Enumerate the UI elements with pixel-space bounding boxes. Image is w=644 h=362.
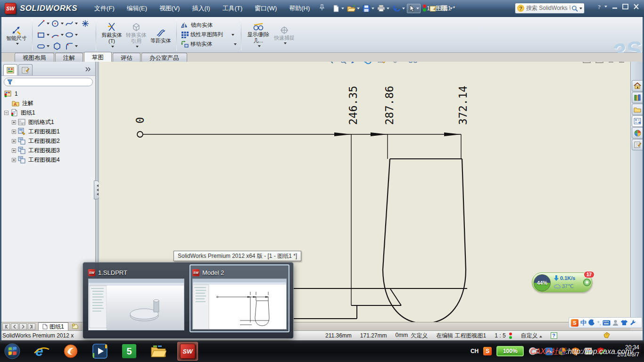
tree-drawing-view3-item[interactable]: 工程图视图3 bbox=[1, 146, 95, 155]
taskbar-ie-button[interactable]: e bbox=[31, 342, 52, 361]
pane-right-icon[interactable] bbox=[595, 62, 603, 63]
language-indicator[interactable]: CH bbox=[471, 348, 479, 354]
rotate-view-icon[interactable] bbox=[363, 62, 373, 64]
start-button[interactable] bbox=[2, 342, 23, 361]
taskbar-player-button[interactable] bbox=[90, 342, 110, 361]
rectangle-tool[interactable] bbox=[36, 31, 50, 39]
mirror-entities-button[interactable]: 镜向实体 bbox=[180, 21, 238, 30]
minimize-button[interactable] bbox=[612, 4, 618, 9]
tab-view-layout[interactable]: 视图布局 bbox=[15, 53, 54, 62]
line-tool[interactable] bbox=[36, 19, 50, 28]
slot-tool[interactable] bbox=[36, 42, 50, 50]
child-restore-icon[interactable] bbox=[619, 62, 626, 63]
menu-window[interactable]: 窗口(W) bbox=[250, 2, 281, 15]
zoom-area-icon[interactable] bbox=[338, 62, 347, 64]
help-button[interactable]: ? bbox=[597, 3, 607, 10]
settings-wrench-icon[interactable] bbox=[630, 320, 636, 326]
preview-card-part[interactable]: SW 1.SLDPRT bbox=[88, 267, 186, 330]
expand-expander[interactable] bbox=[12, 158, 16, 162]
units-selector[interactable]: 自定义 bbox=[521, 332, 542, 340]
spline-tool[interactable] bbox=[64, 19, 78, 28]
ime-mode-chinese[interactable]: 中 bbox=[580, 319, 586, 327]
offset-entities-button[interactable]: 等距实体 bbox=[149, 26, 173, 44]
preview-thumbnail-drawing[interactable] bbox=[192, 279, 287, 329]
preview-thumbnail-part[interactable] bbox=[88, 279, 184, 330]
property-manager-tab[interactable] bbox=[18, 64, 33, 75]
tree-drawing-view4-item[interactable]: 工程图视图4 bbox=[1, 155, 95, 165]
new-document-button[interactable] bbox=[331, 4, 345, 13]
part-outline[interactable] bbox=[383, 159, 466, 322]
undo-button[interactable] bbox=[391, 4, 406, 13]
fullwidth-moon-icon[interactable] bbox=[588, 319, 595, 326]
menu-insert[interactable]: 插入(I) bbox=[187, 2, 215, 15]
memory-gauge[interactable]: 44% bbox=[534, 274, 551, 291]
arc-tool[interactable] bbox=[50, 31, 64, 39]
save-button[interactable] bbox=[362, 4, 375, 13]
design-library-button[interactable] bbox=[632, 92, 644, 103]
status-tag-icon[interactable] bbox=[603, 332, 611, 340]
help-search-box[interactable]: ? 搜索 SolidWorks 帮助 bbox=[515, 3, 585, 14]
sheet-scale[interactable]: 1 : 5 bbox=[495, 332, 505, 339]
fillet-tool[interactable] bbox=[64, 42, 78, 50]
polygon-tool[interactable] bbox=[50, 42, 64, 50]
tree-root-item[interactable]: 1 bbox=[1, 89, 95, 99]
sheet-tab-active[interactable]: 图纸1 bbox=[38, 322, 68, 330]
accelerate-button[interactable]: + bbox=[583, 279, 591, 286]
ellipse-tool[interactable] bbox=[64, 31, 78, 39]
filter-input[interactable] bbox=[13, 79, 90, 85]
appearances-button[interactable] bbox=[632, 127, 644, 139]
tab-sketch[interactable]: 草图 bbox=[84, 52, 112, 62]
sogou-logo-icon[interactable]: S bbox=[571, 319, 578, 327]
dim-label-372[interactable]: 372.14 bbox=[457, 86, 469, 125]
search-icon[interactable] bbox=[571, 5, 578, 12]
circle-tool[interactable] bbox=[50, 19, 64, 28]
search-dropdown-icon[interactable] bbox=[579, 8, 582, 11]
zoom-selection-icon[interactable] bbox=[351, 62, 359, 64]
custom-properties-button[interactable] bbox=[632, 139, 644, 150]
user-account-icon[interactable] bbox=[612, 320, 619, 326]
add-sheet-button[interactable] bbox=[70, 323, 81, 330]
linear-sketch-pattern-button[interactable]: 线性草图阵列 bbox=[180, 30, 238, 39]
convert-entities-button[interactable]: 转换实体引用 bbox=[124, 20, 149, 49]
menu-help[interactable]: 帮助(H) bbox=[284, 2, 314, 15]
display-style-icon[interactable] bbox=[391, 62, 399, 64]
file-explorer-button[interactable] bbox=[632, 104, 644, 115]
punctuation-mode[interactable]: °, bbox=[597, 320, 601, 326]
last-sheet-button[interactable] bbox=[28, 323, 35, 330]
dim-label-246[interactable]: 246.35 bbox=[347, 86, 359, 125]
pan-sheet-icon[interactable] bbox=[377, 62, 387, 64]
trim-entities-button[interactable]: 剪裁实体(T) bbox=[99, 20, 124, 49]
net-monitor-widget[interactable]: 44% 0.1K/s 37℃ 17 + bbox=[532, 272, 592, 292]
feature-tree-tab[interactable] bbox=[3, 64, 17, 75]
select-tool-button[interactable] bbox=[407, 4, 421, 13]
menu-edit[interactable]: 编辑(E) bbox=[122, 2, 152, 15]
open-button[interactable] bbox=[346, 4, 361, 13]
dim-label-287[interactable]: 287.86 bbox=[383, 86, 396, 125]
expand-expander[interactable] bbox=[12, 130, 16, 134]
tree-annotations-item[interactable]: A 注解 bbox=[1, 99, 95, 108]
hide-show-items-icon[interactable] bbox=[408, 62, 418, 64]
menu-file[interactable]: 文件(F) bbox=[90, 2, 119, 15]
tree-drawing-view2-item[interactable]: 工程图视图2 bbox=[1, 136, 95, 146]
view-palette-button[interactable] bbox=[632, 115, 644, 127]
next-sheet-button[interactable] bbox=[19, 323, 27, 330]
tree-drawing-view1-item[interactable]: 工程图视图1 bbox=[1, 127, 95, 136]
move-entities-button[interactable]: 移动实体 bbox=[180, 40, 238, 49]
taskbar-explorer-button[interactable] bbox=[148, 342, 169, 361]
panel-expand-chevron-icon[interactable] bbox=[82, 65, 93, 75]
tab-evaluate[interactable]: 评估 bbox=[113, 53, 140, 62]
pane-left-icon[interactable] bbox=[583, 62, 591, 63]
display-delete-relations-button[interactable]: 显示/删除几... bbox=[245, 21, 272, 49]
prev-sheet-button[interactable] bbox=[11, 323, 18, 330]
print-button[interactable] bbox=[376, 4, 390, 13]
tree-filter-box[interactable] bbox=[4, 78, 93, 86]
soft-keyboard-icon[interactable] bbox=[603, 320, 611, 326]
battery-indicator[interactable]: 100% bbox=[496, 346, 524, 356]
dim-label-0[interactable]: 0 bbox=[134, 117, 146, 123]
tab-annotation[interactable]: 注解 bbox=[55, 53, 83, 62]
close-button[interactable] bbox=[633, 4, 639, 9]
tree-sheet-format-item[interactable]: 图纸格式1 bbox=[1, 117, 95, 127]
taskbar-five-button[interactable]: 5 bbox=[119, 342, 140, 361]
tree-sheet-item[interactable]: 图纸1 bbox=[1, 108, 95, 117]
first-sheet-button[interactable] bbox=[2, 323, 10, 330]
